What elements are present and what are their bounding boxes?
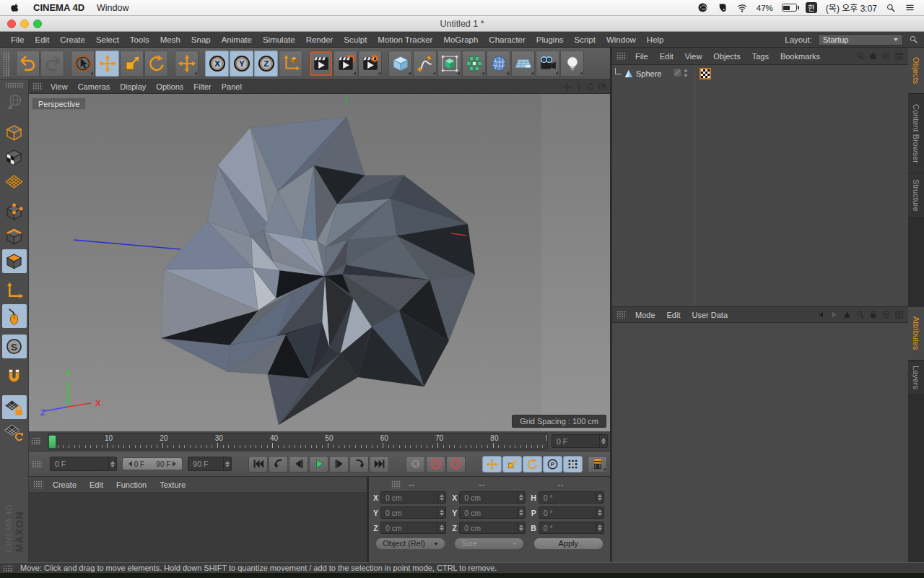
checker-texture-tag[interactable] [699,68,711,79]
move-button[interactable] [95,51,119,77]
attribute-menu-edit[interactable]: Edit [661,310,687,320]
coords-size-dropdown[interactable]: Size [454,538,524,550]
input-source-icon[interactable]: 한 [806,2,817,13]
viewport-menu-filter[interactable]: Filter [188,82,216,92]
render-picture-viewer-button[interactable] [334,51,357,77]
notification-center-icon[interactable] [905,2,915,13]
key-rotation-button[interactable] [523,456,542,473]
object-manager-list[interactable]: Sphere [612,65,908,307]
material-grip[interactable] [33,480,43,488]
viewport-menu-display[interactable]: Display [115,82,151,92]
eye-button[interactable] [881,51,891,61]
render-view-button[interactable] [309,51,333,77]
tab-layers[interactable]: Layers [908,361,924,395]
lock-y-button[interactable]: Y [230,51,253,77]
coords-mode-dropdown[interactable]: Object (Rel) [375,538,445,550]
scale-button[interactable] [120,51,144,77]
menu-tools[interactable]: Tools [125,34,154,46]
toggle-view-button[interactable] [598,82,606,91]
home-button[interactable] [868,51,878,61]
play-button[interactable] [309,456,328,473]
history-forward-button[interactable] [829,310,839,319]
coord-field-h2[interactable]: 0 ° [539,491,604,504]
viewport-menu-cameras[interactable]: Cameras [73,82,116,92]
enable-dots[interactable] [684,69,687,77]
add-light-button[interactable] [560,51,584,77]
focus-button[interactable] [881,310,891,319]
material-manager-area[interactable] [29,493,367,562]
key-pla-button[interactable] [563,456,583,473]
menu-edit[interactable]: Edit [30,34,55,46]
points-mode-button[interactable] [2,200,27,224]
object-menu-file[interactable]: File [629,51,654,61]
tab-structure[interactable]: Structure [908,173,924,218]
menu-sculpt[interactable]: Sculpt [339,34,372,46]
add-generator-button[interactable] [462,51,486,77]
texture-mode-button[interactable] [2,145,27,169]
menu-create[interactable]: Create [55,34,90,46]
redo-button[interactable] [40,51,64,77]
add-camera-button[interactable] [536,51,559,77]
tab-objects[interactable]: Objects [908,48,924,94]
sound-record-button[interactable] [406,456,425,473]
spotlight-icon[interactable] [886,3,896,13]
lock-workplane-button[interactable] [2,395,27,419]
workplane-mode-button[interactable] [2,170,27,194]
mac-app-menu[interactable]: CINEMA 4D [33,2,84,13]
object-menu-edit[interactable]: Edit [654,51,679,61]
autokey-help-button[interactable]: ? [446,456,466,473]
menu-help[interactable]: Help [642,34,669,46]
go-end-button[interactable] [370,456,389,473]
viewport-solo-button[interactable] [2,304,27,328]
toolbar-grip[interactable] [3,51,9,76]
add-deformer-button[interactable] [487,51,510,77]
material-menu-edit[interactable]: Edit [83,480,110,490]
coord-field-y1[interactable]: 0 cm [459,506,525,519]
add-subdivision-button[interactable] [437,51,461,77]
coord-field-z0[interactable]: 0 cm [380,522,446,534]
playbar-grip[interactable] [32,460,42,468]
snap-settings-button[interactable]: S [2,335,27,358]
viewport-canvas[interactable]: Perspective Y Z X Grid Spacing : 100 cm [29,94,610,431]
render-settings-button[interactable] [358,51,382,77]
object-menu-bookmarks[interactable]: Bookmarks [775,51,826,61]
mac-clock[interactable]: (목) 오후 3:07 [826,1,877,14]
history-back-button[interactable] [816,310,826,319]
search-button[interactable] [855,310,865,319]
model-mode-button[interactable] [2,121,27,144]
coord-field-x1[interactable]: 0 cm [459,491,525,504]
preview-range-slider[interactable]: 0 F 90 F [122,457,183,470]
search-icon[interactable] [909,35,918,44]
close-window-button[interactable] [7,20,16,28]
attribute-manager-area[interactable] [612,323,908,562]
creative-cloud-icon[interactable] [697,2,708,13]
evernote-icon[interactable] [717,2,728,13]
next-frame-button[interactable] [329,456,349,473]
add-cube-button[interactable] [388,51,412,77]
coord-field-y0[interactable]: 0 cm [380,506,446,519]
keyframe-record-button[interactable] [426,456,445,473]
material-menu-texture[interactable]: Texture [153,480,192,490]
next-key-button[interactable] [349,456,369,473]
arrow-up-button[interactable] [842,310,852,319]
rotate-view-button[interactable] [586,82,595,91]
enable-axis-button[interactable] [2,280,27,303]
coord-field-b2[interactable]: 0 ° [539,522,604,534]
menu-file[interactable]: File [6,34,30,46]
go-start-button[interactable] [248,456,268,473]
coordinate-system-button[interactable] [279,51,302,77]
add-environment-button[interactable] [511,51,535,77]
menu-plugins[interactable]: Plugins [531,34,569,46]
pan-view-button[interactable] [563,82,572,91]
coords-grip[interactable] [391,480,401,488]
mac-window-menu[interactable]: Window [97,3,128,13]
object-row-sphere[interactable]: Sphere [612,67,661,80]
menu-script[interactable]: Script [570,34,601,46]
object-manager-grip[interactable] [616,52,627,60]
object-menu-view[interactable]: View [679,51,708,61]
make-editable-button[interactable] [2,90,27,114]
object-menu-tags[interactable]: Tags [746,51,775,61]
menu-window[interactable]: Window [601,34,641,46]
undo-button[interactable] [16,51,40,77]
menu-mograph[interactable]: MoGraph [438,34,483,46]
